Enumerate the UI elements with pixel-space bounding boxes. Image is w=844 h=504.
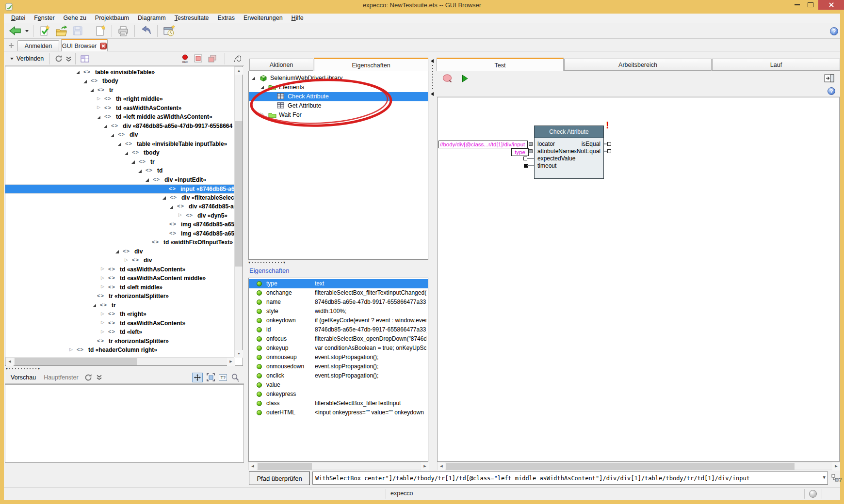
clear-breakpoints-icon[interactable] [438, 74, 457, 83]
check-path-button[interactable]: Pfad überprüfen [249, 472, 310, 485]
menu-item-testresultate[interactable]: Testresultate [170, 14, 213, 23]
scroll-left-icon[interactable]: ◀ [6, 358, 14, 366]
collapse-icon[interactable] [76, 71, 80, 74]
dom-tree-row[interactable]: <>td «widthFixOfInputText» [5, 238, 234, 248]
close-icon[interactable] [818, 0, 844, 10]
text-inspect-icon[interactable]: T? [219, 374, 227, 381]
dom-tree-row[interactable]: ▷<>td «headerColumn right» [5, 346, 234, 355]
locator-value-box[interactable]: //body/div[@class...r/td[1]/div/input [438, 141, 528, 148]
property-row[interactable]: id8746db85-a65e-47db-9917-655866477a33_f… [249, 325, 428, 334]
refresh-icon[interactable] [82, 374, 95, 381]
dom-tree-row[interactable]: ▷<>td «asWidthAsContent middle» [5, 274, 234, 284]
preview-tab-vorschau[interactable]: Vorschau [7, 374, 40, 381]
dom-tree-row[interactable]: <>tr [5, 301, 234, 310]
property-row[interactable]: outerHTML<input onkeypress="" value="" o… [249, 408, 428, 417]
scroll-up-icon[interactable]: ▲ [235, 67, 243, 75]
record-icon[interactable]: REC [181, 54, 189, 63]
property-row[interactable]: onkeydownif (getKeyCode(event ? event : … [249, 316, 428, 325]
splitter-handle[interactable]: ▾▾ [248, 261, 285, 264]
property-row[interactable]: onmouseupevent.stopPropagation(); [249, 353, 428, 362]
dom-tree-row[interactable]: <>tbody [5, 149, 234, 158]
library-tree-row[interactable]: Check Attribute [249, 92, 428, 101]
library-tree-row[interactable]: SeleniumWebDriverLibrary [249, 74, 428, 83]
attributename-value-box[interactable]: type [511, 148, 529, 156]
dom-tree-row[interactable]: <>table «invisibleTable inputTable» [5, 140, 234, 149]
collapse-icon[interactable] [170, 205, 173, 209]
collapse-icon[interactable] [138, 170, 142, 173]
collapse-icon[interactable] [118, 142, 121, 146]
property-row[interactable]: onchangefilterableSelectBox_filterTextIn… [249, 288, 428, 298]
dom-tree-row[interactable]: <>td «left middle asWidthAsContent» [5, 113, 234, 122]
splitter-handle[interactable]: ▾▾ [6, 367, 40, 370]
scroll-left-icon[interactable]: ◀ [438, 462, 445, 471]
dom-tree-row[interactable]: ▷<>div [5, 256, 234, 266]
dom-tree-row[interactable]: ▷<>th «right» [5, 310, 234, 319]
dom-tree-row[interactable]: <>img «8746db85-a65e [5, 229, 234, 238]
menu-item-extras[interactable]: Extras [213, 14, 239, 23]
collapse-icon[interactable] [146, 178, 149, 182]
dom-tree-row[interactable]: <>input «8746db85-a65 [5, 185, 234, 194]
menu-item-fenster[interactable]: Fenster [30, 14, 59, 23]
dom-tree-row[interactable]: ▷<>td «asWidthAsContent» [5, 319, 234, 328]
expand-icon[interactable]: ▷ [101, 311, 104, 316]
scroll-left-icon[interactable]: ◀ [249, 462, 257, 471]
preview-pane[interactable] [5, 384, 244, 463]
expand-icon[interactable]: ▷ [97, 105, 100, 110]
dom-tree-row[interactable]: <>div [5, 247, 234, 256]
zoom-icon[interactable] [231, 373, 240, 382]
expand-icon[interactable]: ▷ [101, 266, 104, 271]
dropdown-caret-icon[interactable]: ▼ [823, 475, 826, 480]
library-tree-row[interactable]: Elements [249, 83, 428, 92]
dom-tree-row[interactable]: <>div [5, 131, 234, 140]
plus-icon[interactable] [8, 42, 15, 49]
menu-item-diagramm[interactable]: Diagramm [133, 14, 170, 23]
property-row[interactable]: value [249, 380, 428, 390]
back-icon[interactable] [7, 24, 23, 38]
property-row[interactable]: name8746db85-a65e-47db-9917-655866477a33… [249, 298, 428, 307]
property-row[interactable]: onclickevent.stopPropagation(); [249, 371, 428, 380]
tab-arbeitsbereich[interactable]: Arbeitsbereich [564, 59, 712, 71]
path-input[interactable]: WithSelectBox center"]/table/tbody/tr[1]… [312, 472, 828, 485]
menu-item-erweiterungen[interactable]: Erweiterungen [239, 14, 287, 23]
gui-browser-window-icon[interactable] [161, 24, 177, 38]
expand-icon[interactable]: ▷ [97, 96, 100, 101]
dom-tree-vscrollbar[interactable]: ▲ ▼ [234, 66, 243, 357]
dom-tree-row[interactable]: <>div «8746db85-a65e-47db-9917-6558664 [5, 122, 234, 131]
network-help-icon[interactable]: ? [830, 472, 842, 484]
menu-item-datei[interactable]: Datei [7, 14, 30, 23]
tab-eigenschaften[interactable]: Eigenschaften [314, 58, 428, 71]
property-row[interactable]: classfilterableSelectBox_filterTextInput [249, 399, 428, 408]
dom-tree-row[interactable]: <>tr [5, 158, 234, 167]
scroll-right-icon[interactable]: ▶ [227, 358, 235, 366]
panel-right-icon[interactable] [824, 74, 834, 83]
menu-item-gehe-zu[interactable]: Gehe zu [59, 14, 91, 23]
dom-tree-row[interactable]: <>tbody [5, 77, 234, 86]
tab-lauf[interactable]: Lauf [712, 59, 840, 71]
dom-tree-row[interactable]: <>div «8746db85-a65 [5, 203, 234, 212]
property-row[interactable]: typetext [249, 279, 428, 288]
panel-splitter[interactable] [430, 53, 435, 462]
tab-aktionen[interactable]: Aktionen [249, 59, 313, 71]
mouse-icon[interactable] [233, 54, 242, 63]
dom-tree-row[interactable]: <>div «filterableSelectB [5, 193, 234, 203]
collapse-icon[interactable] [260, 86, 264, 89]
scroll-thumb[interactable] [446, 463, 795, 470]
dom-tree-row[interactable]: ▷<>td «asWidthAsContent» [5, 104, 234, 113]
output-pin-isEqual[interactable] [607, 142, 611, 146]
collapse-icon[interactable] [252, 77, 255, 80]
collapse-icon[interactable] [83, 80, 87, 83]
dom-tree-row[interactable]: ▷<>div «dyn5» [5, 211, 234, 220]
run-icon[interactable] [457, 74, 472, 83]
library-tree-row[interactable]: Get Attribute [249, 101, 428, 110]
connect-button[interactable]: Verbinden [7, 55, 47, 62]
diagram-canvas[interactable]: Check Attribute ! //body/div[@class...r/… [437, 97, 840, 462]
stop-frame-icon[interactable] [194, 54, 203, 63]
properties-hscrollbar[interactable]: ◀ ▶ [248, 462, 428, 470]
scroll-right-icon[interactable]: ▶ [832, 462, 840, 471]
property-row[interactable]: stylewidth:100%; [249, 307, 428, 316]
selection-icon[interactable] [207, 373, 215, 381]
input-pin-expectedValue[interactable] [523, 157, 527, 160]
expand-icon[interactable]: ▷ [101, 329, 104, 334]
collapse-icon[interactable] [93, 304, 96, 307]
expand-icon[interactable]: ▷ [179, 212, 182, 217]
